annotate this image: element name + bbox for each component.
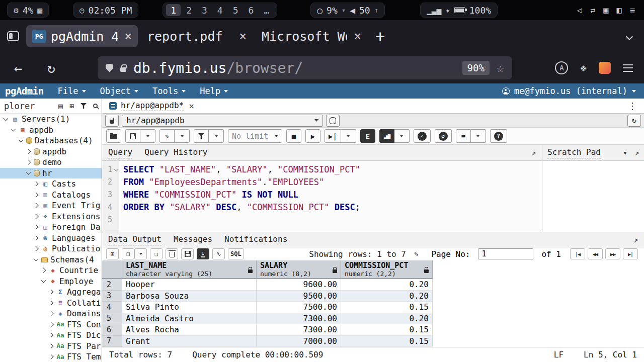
user-menu[interactable]: me@fymio.us (internal) (502, 86, 639, 96)
list-all-tabs-button[interactable] (627, 32, 639, 41)
tree-item-databases-4-[interactable]: Databases(4) (0, 135, 102, 146)
tree-item-aggrega[interactable]: ΣAggrega (0, 287, 102, 298)
expand-icon[interactable]: ↗ (634, 148, 639, 157)
cell[interactable]: Barbosa Souza (122, 291, 257, 302)
search-icon[interactable] (93, 104, 98, 108)
firefox-view-icon[interactable] (7, 31, 19, 41)
expand-icon[interactable] (34, 203, 39, 208)
servers-icon[interactable]: ▤ (58, 102, 63, 111)
zoom-indicator[interactable]: 90% (462, 61, 490, 75)
tab-notifications[interactable]: Notifications (224, 234, 287, 245)
tab-data-output[interactable]: Data Output (108, 234, 162, 245)
cell[interactable]: 0.15 (341, 324, 433, 336)
tree-item-collati[interactable]: ≡Collati (0, 298, 102, 309)
tree-item-casts[interactable]: ◧Casts (0, 178, 102, 190)
cell[interactable]: Hooper (122, 279, 257, 291)
tray-menu-icon[interactable]: ≡ (630, 5, 635, 15)
tree-item-foreign-da[interactable]: ◫Foreign Da (0, 222, 102, 233)
tab-close-icon[interactable]: × (189, 101, 194, 111)
url-field[interactable]: db.fymio.us/browser/ 90% ☆ (98, 56, 512, 79)
column-header-commission_pct[interactable]: COMMISSION_PCTnumeric (2,2) (341, 260, 433, 279)
edit-button[interactable]: ✎ (159, 129, 175, 143)
cell[interactable]: 7000.00 (257, 336, 341, 347)
cell[interactable]: 0.20 (341, 291, 433, 302)
page-prev-button[interactable]: ◀◀ (588, 248, 603, 259)
tree-item-publicatio[interactable]: ◎Publicatio (0, 243, 102, 254)
row-number[interactable]: 4 (102, 302, 122, 313)
expand-icon[interactable] (49, 290, 54, 295)
cell[interactable]: 9500.00 (257, 291, 341, 302)
limit-button[interactable]: No limit (228, 129, 282, 143)
cell[interactable]: 0.15 (341, 336, 433, 347)
download-csv-button[interactable]: ↓ (197, 248, 209, 259)
tree-item-fts-par[interactable]: AaFTS Par (0, 341, 102, 352)
delete-rows-button[interactable] (166, 248, 178, 259)
browser-tab[interactable]: report.pdf× (141, 25, 253, 47)
tab-query[interactable]: Query (108, 147, 132, 158)
cell[interactable]: 9600.00 (257, 279, 341, 291)
copy-rows-options-button[interactable] (134, 248, 147, 259)
add-row-button[interactable]: ⊞ (106, 248, 119, 259)
workspace-button[interactable]: … (259, 4, 274, 16)
sql-filter-button[interactable]: SQL (228, 248, 244, 259)
cell[interactable]: 0.15 (341, 302, 433, 313)
page-last-button[interactable]: ▶| (623, 248, 638, 259)
tree-item-employe[interactable]: ◆Employe (0, 276, 102, 287)
expand-icon[interactable] (49, 300, 54, 305)
tab-close-icon[interactable]: × (125, 29, 132, 43)
cell[interactable]: Alves Rocha (122, 324, 257, 336)
tree-item-countrie[interactable]: ◆Countrie (0, 265, 102, 276)
row-number[interactable]: 5 (102, 313, 122, 325)
collapse-icon[interactable] (19, 137, 24, 142)
reload-button[interactable]: ↻ (41, 60, 61, 76)
row-number[interactable]: 2 (102, 279, 122, 291)
expand-icon[interactable]: ↗ (633, 235, 638, 244)
grid-icon[interactable]: ⊞ (69, 102, 74, 111)
explain-analyze-button[interactable]: ▂▅▇ (379, 129, 394, 143)
collapse-icon[interactable] (26, 170, 31, 175)
scratch-pad-body[interactable] (542, 161, 644, 232)
filter-options-button[interactable] (209, 129, 224, 143)
collapse-icon[interactable] (34, 256, 39, 261)
expand-icon[interactable] (49, 354, 54, 359)
workspace-button[interactable]: 4 (213, 4, 227, 16)
open-file-button[interactable] (106, 129, 121, 143)
menu-icon[interactable] (623, 64, 633, 72)
tracking-protection-shield-icon[interactable] (106, 64, 113, 72)
execute-button[interactable]: ▶ (305, 129, 320, 143)
copy-rows-button[interactable]: ❐ (122, 248, 134, 259)
collapse-icon[interactable] (41, 278, 46, 283)
window-icon[interactable]: ▣ (603, 5, 608, 15)
tree-item-schemas-4[interactable]: Schemas(4 (0, 254, 102, 265)
query-tool-tab[interactable]: hr/app@appdb* × (104, 99, 199, 113)
account-icon[interactable]: A (555, 61, 568, 74)
paste-rows-button[interactable]: ❏ (150, 248, 163, 259)
macros-options-button[interactable] (471, 129, 486, 143)
page-number-input[interactable] (478, 248, 533, 259)
save-data-button[interactable] (181, 248, 194, 259)
expand-icon[interactable] (49, 311, 54, 316)
tree-item-hr[interactable]: hr (0, 168, 102, 179)
tree-item-servers-1-[interactable]: ▤Servers(1) (0, 114, 102, 125)
expand-icon[interactable] (34, 246, 39, 251)
display-icon[interactable]: ◧ (617, 5, 622, 15)
tree-item-appdb[interactable]: appdb (0, 146, 102, 157)
cell[interactable]: 0.20 (341, 313, 433, 325)
graph-visualiser-button[interactable]: ∿ (212, 248, 225, 259)
workspace-button[interactable]: 3 (197, 4, 212, 16)
menu-file[interactable]: File (58, 86, 86, 96)
expand-icon[interactable] (26, 160, 31, 165)
tree-item-event-trig[interactable]: ▣Event Trig (0, 200, 102, 211)
save-file-button[interactable] (125, 129, 140, 143)
cell[interactable]: Almeida Castro (122, 313, 257, 325)
cell[interactable]: Silva Pinto (122, 302, 257, 313)
menu-tools[interactable]: Tools (152, 86, 186, 96)
menu-object[interactable]: Object (100, 86, 138, 96)
execute-options-button[interactable]: ▶| (325, 129, 341, 143)
filter-icon[interactable] (80, 103, 87, 109)
tree-item-fts-con[interactable]: AaFTS Con (0, 319, 102, 330)
collapse-icon[interactable] (4, 116, 9, 121)
explain-analyze-options-button[interactable] (394, 129, 410, 143)
save-file-options-button[interactable] (140, 129, 155, 143)
rollback-button[interactable]: ↺ (435, 129, 452, 143)
